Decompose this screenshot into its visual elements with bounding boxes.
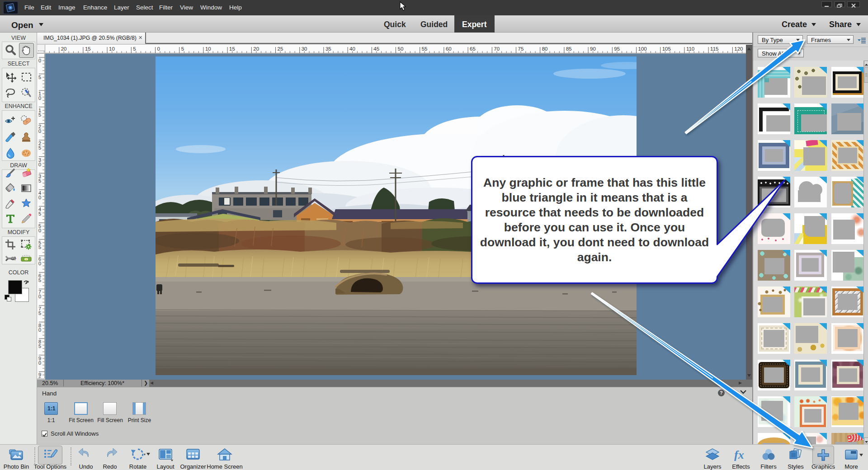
svg-text:5: 5	[181, 46, 184, 52]
svg-text:25: 25	[278, 46, 283, 52]
svg-text:10: 10	[109, 46, 115, 52]
svg-text:60: 60	[446, 46, 452, 52]
svg-text:0: 0	[38, 327, 41, 333]
svg-text:95: 95	[614, 46, 620, 52]
svg-text:5: 5	[38, 211, 41, 216]
svg-text:0: 0	[38, 360, 41, 366]
svg-text:5: 5	[38, 376, 41, 378]
svg-text:0: 0	[38, 162, 41, 167]
svg-text:50: 50	[398, 46, 404, 52]
svg-text:40: 40	[349, 46, 355, 52]
svg-text:0: 0	[38, 95, 41, 101]
svg-text:20: 20	[253, 46, 259, 52]
svg-text:70: 70	[494, 46, 500, 52]
svg-text:5: 5	[38, 343, 41, 349]
svg-text:75: 75	[518, 46, 524, 52]
svg-text:0: 0	[38, 261, 41, 266]
svg-text:115: 115	[710, 46, 718, 52]
svg-text:20: 20	[61, 46, 67, 52]
svg-text:15: 15	[85, 46, 91, 52]
svg-text:5: 5	[38, 310, 41, 316]
svg-text:35: 35	[326, 46, 331, 52]
svg-text:5: 5	[38, 75, 41, 80]
svg-text:0: 0	[38, 195, 41, 200]
svg-text:55: 55	[422, 46, 428, 52]
svg-text:105: 105	[662, 46, 671, 52]
svg-text:65: 65	[470, 46, 476, 52]
svg-text:0: 0	[38, 128, 41, 134]
svg-text:90: 90	[590, 46, 596, 52]
svg-text:80: 80	[542, 46, 548, 52]
svg-text:100: 100	[638, 46, 647, 52]
svg-text:0: 0	[38, 228, 41, 233]
svg-text:5: 5	[38, 178, 41, 183]
svg-text:0: 0	[38, 294, 41, 299]
svg-text:5: 5	[38, 277, 41, 283]
svg-text:0: 0	[38, 58, 41, 63]
svg-text:85: 85	[566, 46, 572, 52]
svg-text:10: 10	[205, 46, 211, 52]
svg-text:fx: fx	[734, 448, 744, 461]
svg-text:5: 5	[38, 244, 41, 250]
svg-text:0: 0	[157, 46, 160, 52]
svg-text:5: 5	[38, 112, 41, 118]
svg-text:30: 30	[302, 46, 307, 52]
svg-text:110: 110	[686, 46, 694, 52]
svg-text:45: 45	[373, 46, 379, 52]
svg-text:5: 5	[38, 145, 41, 150]
svg-text:120: 120	[734, 46, 743, 52]
svg-text:15: 15	[229, 46, 235, 52]
svg-text:5: 5	[133, 46, 136, 52]
